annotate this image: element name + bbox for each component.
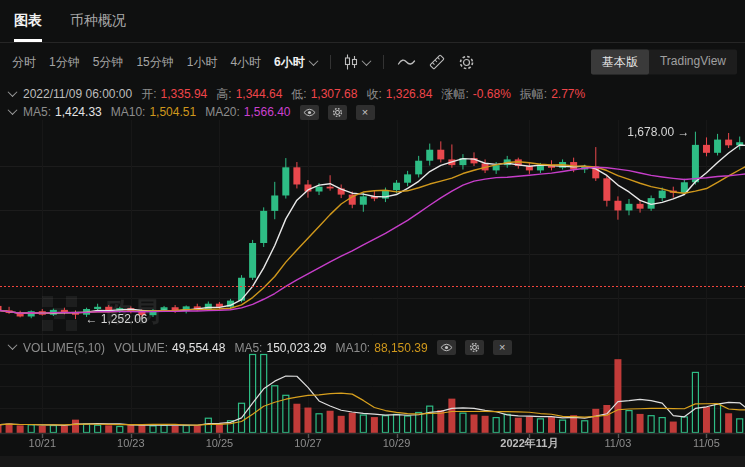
low-pair: 低: 1,307.68: [291, 86, 357, 103]
settings-gear-icon[interactable]: [458, 54, 475, 71]
ma10-value: 1,504.51: [149, 105, 196, 119]
chart-toolbar: 分时 1分钟 5分钟 15分钟 1小时 4小时 6小时: [0, 43, 745, 81]
high-value: 1,344.64: [236, 87, 283, 101]
ma-close-button[interactable]: ×: [356, 105, 375, 120]
chart-style-dropdown[interactable]: [344, 54, 370, 70]
volume-visibility-eye-button[interactable]: [437, 340, 456, 355]
ohlc-info-row: 2022/11/09 06:00:00 开: 1,335.94 高: 1,344…: [9, 86, 585, 102]
candle-datetime: 2022/11/09 06:00:00: [23, 87, 132, 101]
volume-ma10-label: MA10:: [336, 341, 371, 355]
interval-6h: 6小时: [274, 54, 305, 71]
high-pair: 高: 1,344.64: [216, 86, 282, 103]
drawing-tools-icon[interactable]: [429, 54, 445, 70]
volume-close-button[interactable]: ×: [493, 340, 512, 355]
low-value: 1,307.68: [311, 87, 358, 101]
amplitude-pair: 振幅: 2.77%: [520, 86, 585, 103]
volume-ma10-value: 88,150.39: [374, 341, 427, 355]
interval-1h[interactable]: 1小时: [187, 54, 218, 71]
ma-indicator-row: MA5: 1,424.33 MA10: 1,504.51 MA20: 1,566…: [9, 104, 375, 120]
tab-coin-overview-label: 币种概况: [70, 12, 126, 30]
ma5-label: MA5:: [23, 105, 51, 119]
interval-1m[interactable]: 1分钟: [49, 54, 80, 71]
change-label: 涨幅:: [441, 86, 468, 103]
line-overlay-icon[interactable]: [397, 56, 416, 68]
ma-settings-gear-button[interactable]: [328, 105, 347, 120]
ma5-value: 1,424.33: [55, 105, 102, 119]
chevron-down-icon: [361, 56, 371, 66]
collapse-chevron-icon[interactable]: [8, 105, 18, 115]
volume-indicator-title: VOLUME(5,10): [23, 341, 105, 355]
chart-version-switcher: 基本版 TradingView: [591, 50, 737, 75]
candlestick-style-icon: [344, 54, 358, 70]
ma10-label: MA10:: [111, 105, 146, 119]
interval-4h[interactable]: 4小时: [230, 54, 261, 71]
volume-ma5-value: 150,023.29: [266, 341, 326, 355]
open-value: 1,335.94: [161, 87, 208, 101]
volume-ma10-pair: MA10: 88,150.39: [336, 341, 428, 355]
interval-6h-selected-dropdown[interactable]: 6小时: [274, 54, 317, 71]
volume-pair: VOLUME: 49,554.48: [114, 341, 225, 355]
ma20-label: MA20:: [205, 105, 240, 119]
close-label: 收:: [366, 86, 381, 103]
toolbar-divider: [330, 55, 331, 69]
volume-ma5-pair: MA5: 150,023.29: [234, 341, 326, 355]
price-volume-chart[interactable]: [0, 120, 745, 467]
interval-5m[interactable]: 5分钟: [93, 54, 124, 71]
tradingview-button[interactable]: TradingView: [649, 50, 737, 75]
ma10-pair: MA10: 1,504.51: [111, 105, 196, 119]
toolbar-divider: [383, 55, 384, 69]
open-pair: 开: 1,335.94: [141, 86, 207, 103]
ma5-pair: MA5: 1,424.33: [23, 105, 102, 119]
volume-indicator-row: VOLUME(5,10) VOLUME: 49,554.48 MA5: 150,…: [9, 339, 512, 356]
collapse-chevron-icon[interactable]: [8, 340, 18, 350]
tab-bar: 图表 币种概况: [0, 0, 745, 43]
trading-chart-window: 图表 币种概况 分时 1分钟 5分钟 15分钟 1小时 4小时 6小时: [0, 0, 745, 467]
open-label: 开:: [141, 86, 156, 103]
high-label: 高:: [216, 86, 231, 103]
tab-chart-label: 图表: [14, 12, 42, 30]
close-pair: 收: 1,326.84: [366, 86, 432, 103]
amplitude-value: 2.77%: [551, 87, 585, 101]
volume-ma5-label: MA5:: [234, 341, 262, 355]
interval-time-share[interactable]: 分时: [12, 54, 36, 71]
chevron-down-icon: [308, 56, 318, 66]
change-pair: 涨幅: -0.68%: [441, 86, 510, 103]
change-value: -0.68%: [473, 87, 511, 101]
ma20-value: 1,566.40: [244, 105, 291, 119]
tab-chart[interactable]: 图表: [14, 0, 42, 42]
volume-label: VOLUME:: [114, 341, 168, 355]
volume-settings-gear-button[interactable]: [465, 340, 484, 355]
basic-version-button[interactable]: 基本版: [591, 50, 649, 75]
interval-15m[interactable]: 15分钟: [136, 54, 173, 71]
low-label: 低:: [291, 86, 306, 103]
amplitude-label: 振幅:: [520, 86, 547, 103]
collapse-chevron-icon[interactable]: [8, 87, 18, 97]
tab-coin-overview[interactable]: 币种概况: [70, 0, 126, 42]
ma-visibility-eye-button[interactable]: [300, 105, 319, 120]
ma20-pair: MA20: 1,566.40: [205, 105, 290, 119]
close-value: 1,326.84: [386, 87, 433, 101]
volume-value: 49,554.48: [172, 341, 225, 355]
